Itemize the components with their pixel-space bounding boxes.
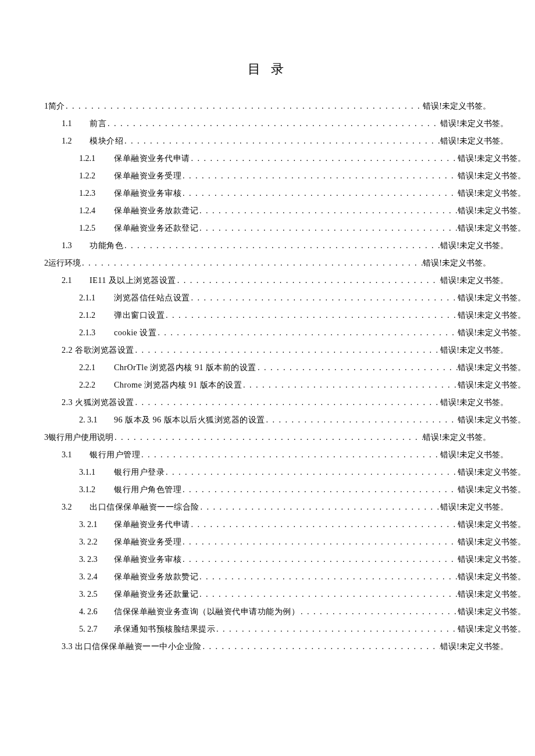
toc-leader-dots xyxy=(65,98,423,115)
toc-page-ref: 错误!未定义书签。 xyxy=(458,289,526,307)
toc-leader-dots xyxy=(190,150,458,167)
toc-entry-number: 3. 2.4 xyxy=(79,568,114,586)
toc-page: 目 录 1 简介错误!未定义书签。1.1前言错误!未定义书签。1.2模块介绍错误… xyxy=(0,0,535,655)
toc-entry-number: 2.2.1 xyxy=(79,359,114,377)
toc-entry-number: 1.2 xyxy=(62,132,90,150)
toc-page-ref: 错误!未定义书签。 xyxy=(440,446,508,464)
toc-page-ref: 错误!未定义书签。 xyxy=(458,202,526,220)
toc-entry-number: 1.2.1 xyxy=(79,150,114,167)
toc-page-ref: 错误!未定义书签。 xyxy=(440,272,508,289)
toc-entry-number: 3. 2.5 xyxy=(79,586,114,603)
toc-entry: 1.2.5保单融资业务还款登记错误!未定义书签。 xyxy=(44,220,526,237)
toc-entry: 1.2模块介绍错误!未定义书签。 xyxy=(44,132,508,150)
toc-entry-text: 银行用户使用说明 xyxy=(48,429,113,446)
toc-entry-number: 1.2.2 xyxy=(79,167,114,185)
toc-entry-text: 模块介绍 xyxy=(90,132,123,150)
toc-leader-dots xyxy=(134,342,441,359)
toc-entry: 2.3 火狐浏览器设置错误!未定义书签。 xyxy=(44,394,508,411)
toc-page-ref: 错误!未定义书签。 xyxy=(458,551,526,568)
toc-entry-number: 3.1.1 xyxy=(79,464,114,481)
toc-page-ref: 错误!未定义书签。 xyxy=(440,132,508,150)
toc-leader-dots xyxy=(113,429,423,446)
toc-entry: 3.2出口信保保单融资一一综合险错误!未定义书签。 xyxy=(44,499,508,516)
toc-entry: 1 简介错误!未定义书签。 xyxy=(44,98,491,115)
toc-page-ref: 错误!未定义书签。 xyxy=(458,150,526,167)
toc-leader-dots xyxy=(190,516,458,533)
toc-page-ref: 错误!未定义书签。 xyxy=(458,464,526,481)
toc-entry-text: 功能角色 xyxy=(90,237,123,255)
toc-entry-number: 4. 2.6 xyxy=(79,603,114,621)
toc-entry-text: 保单融资业务还款量记 xyxy=(114,586,198,603)
toc-entry-text: 承保通知书预核脸结果提示 xyxy=(114,621,215,638)
toc-entry: 3. 2.1保单融资业务代申请错误!未定义书签。 xyxy=(44,516,526,533)
toc-entry-number: 1.2.3 xyxy=(79,185,114,202)
toc-page-ref: 错误!未定义书签。 xyxy=(458,359,526,377)
toc-entry: 3. 2.5保单融资业务还款量记错误!未定义书签。 xyxy=(44,586,526,603)
toc-leader-dots xyxy=(156,324,458,342)
toc-leader-dots xyxy=(176,272,441,289)
toc-entry-number: 3. 2.1 xyxy=(79,516,114,533)
toc-leader-dots xyxy=(198,568,458,586)
toc-page-ref: 错误!未定义书签。 xyxy=(458,533,526,551)
toc-page-ref: 错误!未定义书签。 xyxy=(458,411,526,429)
toc-page-ref: 错误!未定义书签。 xyxy=(440,394,508,411)
toc-entry-text: 保单融资业务代申请 xyxy=(114,150,190,167)
toc-entry-text: 银行用户管理 xyxy=(90,446,140,464)
toc-page-ref: 错误!未定义书签。 xyxy=(458,586,526,603)
toc-entry-text: 保单融资业务放款聋记 xyxy=(114,202,198,220)
toc-entry-number: 3. 2.3 xyxy=(79,551,114,568)
toc-entry-number: 3 xyxy=(44,429,48,446)
toc-entry: 2.1.3cookie 设置错误!未定义书签。 xyxy=(44,324,526,342)
toc-entry-number: 5. 2.7 xyxy=(79,621,114,638)
toc-entry-text: 保单融资业务审核 xyxy=(114,551,181,568)
toc-entry: 2.1.1浏览器信任站点设置错误!未定义书签。 xyxy=(44,289,526,307)
toc-entry-text: 运行环境 xyxy=(48,255,81,272)
toc-leader-dots xyxy=(242,377,458,394)
toc-entry-number: 1.1 xyxy=(62,115,90,132)
toc-leader-dots xyxy=(81,255,423,272)
toc-leader-dots xyxy=(181,185,458,202)
toc-entry-number: 2.1 xyxy=(62,272,90,289)
toc-leader-dots xyxy=(134,394,441,411)
toc-entry-text: 银行用户角色管理 xyxy=(114,481,181,499)
toc-entry-text: 信保保单融资业务查询（以融资代申请功能为例） xyxy=(114,603,299,621)
toc-entry-number: 1.2.4 xyxy=(79,202,114,220)
toc-entry-number: 2. 3.1 xyxy=(79,411,114,429)
toc-entry-number: 2.2.2 xyxy=(79,377,114,394)
toc-entry-number: 2.1.2 xyxy=(79,307,114,324)
toc-leader-dots xyxy=(202,638,441,655)
toc-leader-dots xyxy=(198,220,458,237)
toc-entry-number: 2.1.3 xyxy=(79,324,114,342)
toc-entry-text: Chrome 浏览器内核 91 版本的设置 xyxy=(114,377,242,394)
toc-page-ref: 错误!未定义书签。 xyxy=(458,603,526,621)
toc-entry-text: 保单融资业务放款赞记 xyxy=(114,568,198,586)
toc-entry-text: IE11 及以上浏览器设置 xyxy=(90,272,176,289)
toc-entry-number: 1 xyxy=(44,98,48,115)
toc-entry: 3. 2.3保单融资业务审核错误!未定义书签。 xyxy=(44,551,526,568)
toc-page-ref: 错误!未定义书签。 xyxy=(423,255,491,272)
toc-page-ref: 错误!未定义书签。 xyxy=(458,516,526,533)
toc-page-ref: 错误!未定义书签。 xyxy=(423,98,491,115)
toc-leader-dots xyxy=(123,132,440,150)
toc-leader-dots xyxy=(265,411,458,429)
toc-entry: 4. 2.6信保保单融资业务查询（以融资代申请功能为例）错误!未定义书签。 xyxy=(44,603,526,621)
toc-entry-text: 2.3 火狐浏览器设置 xyxy=(62,394,134,411)
toc-page-ref: 错误!未定义书签。 xyxy=(423,429,491,446)
toc-entry-number: 3.1.2 xyxy=(79,481,114,499)
toc-leader-dots xyxy=(140,446,440,464)
toc-page-ref: 错误!未定义书签。 xyxy=(458,481,526,499)
toc-page-ref: 错误!未定义书签。 xyxy=(458,185,526,202)
toc-entry-text: 2.2 谷歌浏览器设置 xyxy=(62,342,134,359)
toc-entry-number: 2 xyxy=(44,255,48,272)
toc-entry: 3.1.1银行用户登录错误!未定义书签。 xyxy=(44,464,526,481)
toc-page-ref: 错误!未定义书签。 xyxy=(458,568,526,586)
toc-entry: 1.2.4保单融资业务放款聋记错误!未定义书签。 xyxy=(44,202,526,220)
toc-entry-text: 简介 xyxy=(48,98,65,115)
toc-leader-dots xyxy=(106,115,440,132)
toc-entry-text: 保单融资业务审核 xyxy=(114,185,181,202)
toc-entry-text: 银行用户登录 xyxy=(114,464,165,481)
toc-entry: 3.1银行用户管理错误!未定义书签。 xyxy=(44,446,508,464)
toc-entry: 5. 2.7承保通知书预核脸结果提示错误!未定义书签。 xyxy=(44,621,526,638)
toc-entry-number: 3.2 xyxy=(62,499,90,516)
toc-leader-dots xyxy=(256,359,458,377)
